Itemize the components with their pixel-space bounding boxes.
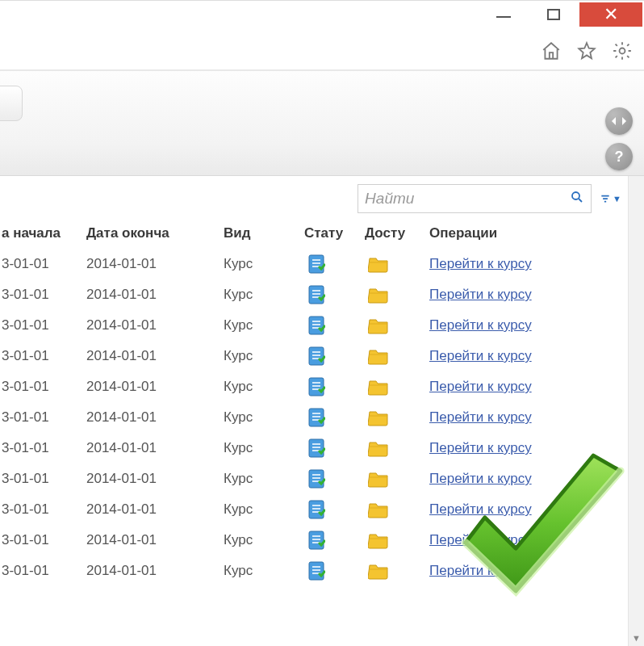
- cell-kind: Курс: [224, 287, 304, 303]
- cell-start: 3-01-01: [2, 348, 86, 364]
- access-folder-icon[interactable]: [365, 501, 429, 518]
- access-folder-icon[interactable]: [365, 317, 429, 334]
- cell-end: 2014-01-01: [86, 440, 224, 456]
- cell-end: 2014-01-01: [86, 317, 224, 333]
- cell-end: 2014-01-01: [86, 563, 224, 579]
- col-ops: Операции: [429, 225, 591, 241]
- tab-stub: [0, 86, 23, 121]
- cell-start: 3-01-01: [2, 379, 86, 395]
- go-to-course-link[interactable]: Перейти к курсу: [429, 532, 532, 547]
- status-page-icon: [304, 530, 365, 551]
- cell-kind: Курс: [224, 379, 304, 395]
- table-row: 3-01-01 2014-01-01 Курс Перейти к курсу: [0, 310, 644, 341]
- help-button[interactable]: ?: [605, 143, 633, 170]
- minimize-button[interactable]: [479, 2, 528, 27]
- access-folder-icon[interactable]: [365, 409, 429, 426]
- svg-point-0: [620, 48, 625, 54]
- scroll-down-arrow[interactable]: ▼: [629, 630, 644, 646]
- window-titlebar: [0, 0, 644, 32]
- cell-start: 3-01-01: [2, 287, 86, 303]
- cell-end: 2014-01-01: [86, 501, 224, 518]
- table-row: 3-01-01 2014-01-01 Курс Перейти к курсу: [0, 556, 644, 586]
- cell-end: 2014-01-01: [86, 256, 224, 272]
- settings-gear-icon[interactable]: [610, 39, 634, 63]
- table-row: 3-01-01 2014-01-01 Курс Перейти к курсу: [0, 249, 644, 279]
- col-end: Дата оконча: [86, 225, 224, 241]
- access-folder-icon[interactable]: [365, 286, 429, 304]
- table-row: 3-01-01 2014-01-01 Курс Перейти к курсу: [0, 494, 644, 525]
- status-page-icon: [304, 560, 365, 581]
- cell-end: 2014-01-01: [86, 409, 224, 426]
- cell-kind: Курс: [224, 348, 304, 364]
- col-status: Стату: [304, 225, 365, 241]
- cell-kind: Курс: [224, 563, 304, 579]
- cell-end: 2014-01-01: [86, 348, 224, 364]
- cell-start: 3-01-01: [2, 317, 86, 333]
- access-folder-icon[interactable]: [365, 531, 429, 549]
- go-to-course-link[interactable]: Перейти к курсу: [429, 348, 532, 363]
- cell-kind: Курс: [224, 409, 304, 426]
- cell-start: 3-01-01: [2, 256, 86, 272]
- search-row: ▼: [0, 176, 644, 218]
- col-start: а начала: [2, 225, 86, 241]
- status-page-icon: [304, 254, 365, 275]
- go-to-course-link[interactable]: Перейти к курсу: [429, 501, 532, 517]
- table-row: 3-01-01 2014-01-01 Курс Перейти к курсу: [0, 525, 644, 556]
- status-page-icon: [304, 499, 365, 520]
- filter-toggle[interactable]: ▼: [600, 193, 621, 204]
- status-page-icon: [304, 315, 365, 336]
- favorites-star-icon[interactable]: [575, 39, 599, 63]
- cell-start: 3-01-01: [2, 532, 86, 548]
- close-button[interactable]: [579, 2, 642, 27]
- home-icon[interactable]: [539, 39, 563, 63]
- cell-kind: Курс: [224, 471, 304, 487]
- cell-start: 3-01-01: [2, 440, 86, 456]
- go-to-course-link[interactable]: Перейти к курсу: [429, 471, 532, 486]
- access-folder-icon[interactable]: [365, 378, 429, 396]
- col-access: Досту: [365, 225, 429, 241]
- access-folder-icon[interactable]: [365, 255, 429, 273]
- access-folder-icon[interactable]: [365, 347, 429, 365]
- cell-kind: Курс: [224, 440, 304, 456]
- cell-start: 3-01-01: [2, 563, 86, 579]
- search-icon[interactable]: [570, 190, 584, 208]
- status-page-icon: [304, 346, 365, 367]
- cell-start: 3-01-01: [2, 471, 86, 487]
- go-to-course-link[interactable]: Перейти к курсу: [429, 409, 532, 425]
- go-to-course-link[interactable]: Перейти к курсу: [429, 440, 532, 455]
- cell-end: 2014-01-01: [86, 287, 224, 303]
- status-page-icon: [304, 284, 365, 305]
- status-page-icon: [304, 376, 365, 397]
- expand-collapse-button[interactable]: [605, 107, 633, 135]
- table-row: 3-01-01 2014-01-01 Курс Перейти к курсу: [0, 464, 644, 494]
- access-folder-icon[interactable]: [365, 470, 429, 488]
- go-to-course-link[interactable]: Перейти к курсу: [429, 563, 532, 578]
- status-page-icon: [304, 468, 365, 489]
- cell-end: 2014-01-01: [86, 532, 224, 548]
- courses-table: а начала Дата оконча Вид Стату Досту Опе…: [0, 218, 644, 586]
- table-row: 3-01-01 2014-01-01 Курс Перейти к курсу: [0, 279, 644, 310]
- maximize-button[interactable]: [529, 2, 578, 27]
- access-folder-icon[interactable]: [365, 439, 429, 457]
- search-box[interactable]: [358, 184, 592, 213]
- cell-end: 2014-01-01: [86, 471, 224, 487]
- status-page-icon: [304, 438, 365, 459]
- browser-toolbar: [0, 32, 644, 71]
- cell-start: 3-01-01: [2, 409, 86, 426]
- search-input[interactable]: [365, 190, 570, 208]
- status-page-icon: [304, 407, 365, 428]
- go-to-course-link[interactable]: Перейти к курсу: [429, 256, 532, 271]
- go-to-course-link[interactable]: Перейти к курсу: [429, 379, 532, 394]
- cell-kind: Курс: [224, 317, 304, 333]
- cell-start: 3-01-01: [2, 501, 86, 518]
- access-folder-icon[interactable]: [365, 562, 429, 580]
- table-row: 3-01-01 2014-01-01 Курс Перейти к курсу: [0, 371, 644, 402]
- table-row: 3-01-01 2014-01-01 Курс Перейти к курсу: [0, 341, 644, 371]
- table-row: 3-01-01 2014-01-01 Курс Перейти к курсу: [0, 433, 644, 464]
- col-kind: Вид: [224, 225, 304, 241]
- go-to-course-link[interactable]: Перейти к курсу: [429, 317, 532, 333]
- go-to-course-link[interactable]: Перейти к курсу: [429, 287, 532, 302]
- cell-end: 2014-01-01: [86, 379, 224, 395]
- cell-kind: Курс: [224, 532, 304, 548]
- table-header: а начала Дата оконча Вид Стату Досту Опе…: [0, 218, 644, 249]
